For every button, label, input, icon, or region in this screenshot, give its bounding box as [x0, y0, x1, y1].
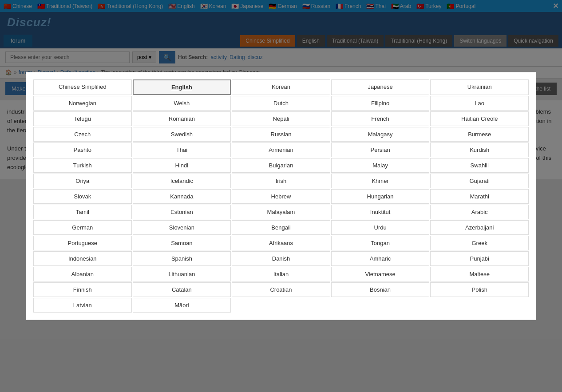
lang-option[interactable]: Hindi: [133, 158, 231, 173]
lang-option[interactable]: Malagasy: [331, 127, 430, 142]
lang-option[interactable]: Gujarati: [430, 174, 529, 179]
lang-option[interactable]: Telugu: [33, 111, 132, 126]
lang-option[interactable]: Chinese Simplified: [33, 79, 132, 95]
lang-option[interactable]: Korean: [232, 79, 330, 95]
language-select-modal-overlay: Chinese SimplifiedEnglishKoreanJapaneseU…: [0, 0, 562, 179]
lang-option[interactable]: Dutch: [232, 96, 330, 111]
lang-option[interactable]: Welsh: [133, 96, 231, 111]
lang-option[interactable]: Oriya: [33, 174, 132, 179]
language-grid: Chinese SimplifiedEnglishKoreanJapaneseU…: [33, 79, 529, 179]
lang-option[interactable]: French: [331, 111, 430, 126]
lang-option[interactable]: Thai: [133, 143, 231, 157]
lang-option[interactable]: Burmese: [430, 127, 529, 142]
lang-option[interactable]: Armenian: [232, 143, 330, 157]
lang-option[interactable]: Filipino: [331, 96, 430, 111]
lang-option[interactable]: Khmer: [331, 174, 430, 179]
lang-option[interactable]: Russian: [232, 127, 330, 142]
lang-option[interactable]: Swahili: [430, 158, 529, 173]
lang-option[interactable]: Turkish: [33, 158, 132, 173]
lang-option[interactable]: Norwegian: [33, 96, 132, 111]
lang-option[interactable]: Swedish: [133, 127, 231, 142]
lang-option[interactable]: Pashto: [33, 143, 132, 157]
lang-option[interactable]: Nepali: [232, 111, 330, 126]
lang-option[interactable]: Bulgarian: [232, 158, 330, 173]
language-select-modal: Chinese SimplifiedEnglishKoreanJapaneseU…: [26, 72, 536, 179]
lang-option[interactable]: Haitian Creole: [430, 111, 529, 126]
lang-option[interactable]: Kurdish: [430, 143, 529, 157]
lang-option[interactable]: Japanese: [331, 79, 430, 95]
lang-option[interactable]: Icelandic: [133, 174, 231, 179]
lang-option[interactable]: Malay: [331, 158, 430, 173]
lang-option[interactable]: Romanian: [133, 111, 231, 126]
lang-option[interactable]: English: [133, 79, 231, 95]
lang-option[interactable]: Irish: [232, 174, 330, 179]
lang-option[interactable]: Czech: [33, 127, 132, 142]
lang-option[interactable]: Ukrainian: [430, 79, 529, 95]
lang-option[interactable]: Persian: [331, 143, 430, 157]
lang-option[interactable]: Lao: [430, 96, 529, 111]
